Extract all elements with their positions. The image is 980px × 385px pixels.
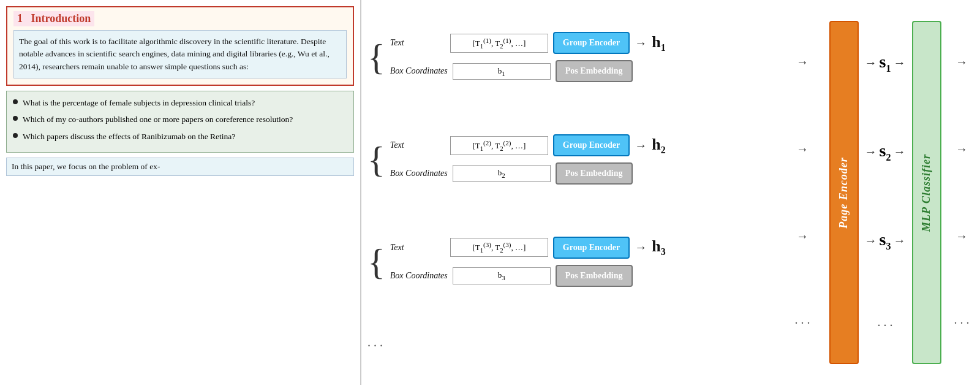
bottom-text: In this paper, we focus on the problem o… [6, 158, 354, 176]
right-panel: { Text [T1(1), T2(1), …] Group Encoder →… [361, 0, 980, 385]
h-label-2: h2 [652, 135, 674, 156]
h-to-page-encoder-arrows: → → → · · · [778, 6, 827, 379]
text-input-row-3: Text [T1(3), T2(3), …] Group Encoder → h… [390, 237, 674, 259]
pos-embedding-btn-2[interactable]: Pos Embedding [556, 162, 633, 185]
text-input-row-1: Text [T1(1), T2(1), …] Group Encoder → h… [390, 32, 674, 54]
text-label-3: Text [390, 243, 445, 253]
bracket-open-2: { [368, 141, 385, 178]
arrow-h1: → [796, 55, 809, 69]
inputs-col-1: Text [T1(1), T2(1), …] Group Encoder → h… [390, 32, 674, 82]
bullet-text-1: What is the percentage of female subject… [23, 96, 255, 110]
dots-final: · · · [954, 316, 970, 330]
arrow-h2: → [796, 142, 809, 156]
page-encoder-bar: Page Encoder [829, 21, 859, 364]
s-output-3: → s3 → [865, 230, 906, 252]
mlp-label: MLP Classifier [920, 154, 933, 232]
final-arrow-icon-2: → [956, 142, 968, 156]
arrow-icon-h3: → [796, 229, 809, 243]
dots-s: · · · [878, 319, 893, 333]
group-encoder-btn-2[interactable]: Group Encoder [553, 134, 630, 156]
s-label-1: s1 [880, 52, 891, 74]
arrow-3a: → [635, 240, 647, 254]
arrow-1a: → [635, 36, 647, 50]
bullet-list: What is the percentage of female subject… [6, 91, 354, 153]
box-label-2: Box Coordinates [390, 169, 448, 178]
bullet-text-2: Which of my co-authors published one or … [23, 113, 293, 126]
text-formula-box-1: [T1(1), T2(1), …] [450, 34, 548, 53]
group-bracket-3: { Text [T1(3), T2(3), …] Group Encoder →… [368, 237, 772, 287]
s-output-2: → s2 → [865, 141, 906, 163]
box-var-box-3: b3 [453, 267, 551, 284]
arrow-h3: → [796, 229, 809, 243]
group-encoder-btn-1[interactable]: Group Encoder [553, 32, 630, 54]
bullet-dot-3 [13, 133, 18, 138]
box-label-1: Box Coordinates [390, 66, 448, 76]
group-row-1: { Text [T1(1), T2(1), …] Group Encoder →… [368, 32, 772, 82]
final-arrow-1: → [956, 55, 968, 69]
arrow-icon-h1: → [796, 55, 809, 69]
arrow-s1: → [865, 56, 877, 70]
list-item: Which papers discuss the effects of Rani… [13, 130, 347, 143]
bullet-text-3: Which papers discuss the effects of Rani… [23, 130, 235, 143]
arrow-s1-out: → [893, 56, 905, 70]
box-var-box-1: b1 [453, 63, 551, 80]
bracket-open-3: { [368, 243, 385, 280]
box-label-3: Box Coordinates [390, 271, 448, 281]
text-label-2: Text [390, 140, 445, 150]
final-output-col: → → → · · · [943, 6, 980, 379]
s-label-3: s3 [880, 230, 891, 252]
arrow-s3: → [865, 234, 877, 248]
dots-arrows: · · · [795, 316, 810, 330]
arrow-2a: → [635, 139, 647, 153]
box-input-row-1: Box Coordinates b1 Pos Embedding [390, 60, 674, 82]
arrow-icon-h2: → [796, 142, 809, 156]
intro-section: 1 Introduction The goal of this work is … [6, 6, 354, 86]
s-output-1: → s1 → [865, 52, 906, 74]
page-to-s-arrows: → s1 → → s2 → → s3 → · · · [861, 6, 910, 379]
dots-text: · · · [368, 339, 383, 353]
arrow-s3-out: → [893, 234, 905, 248]
text-formula-box-3: [T1(3), T2(3), …] [450, 238, 548, 257]
dots-bottom: · · · [368, 339, 772, 353]
group-bracket-1: { Text [T1(1), T2(1), …] Group Encoder →… [368, 32, 772, 82]
box-var-box-2: b2 [453, 165, 551, 182]
intro-title: 1 Introduction [13, 11, 94, 26]
group-row-3: { Text [T1(3), T2(3), …] Group Encoder →… [368, 237, 772, 287]
box-input-row-2: Box Coordinates b2 Pos Embedding [390, 162, 674, 185]
box-input-row-3: Box Coordinates b3 Pos Embedding [390, 265, 674, 287]
bracket-open-1: { [368, 39, 385, 75]
s-label-2: s2 [880, 141, 891, 163]
intro-title-text: Introduction [31, 12, 91, 25]
text-label-1: Text [390, 38, 445, 48]
text-formula-box-2: [T1(2), T2(2), …] [450, 136, 548, 155]
pos-embedding-btn-3[interactable]: Pos Embedding [556, 265, 633, 287]
list-item: What is the percentage of female subject… [13, 96, 347, 110]
inputs-col-2: Text [T1(2), T2(2), …] Group Encoder → h… [390, 134, 674, 185]
bullet-dot-2 [13, 116, 18, 121]
page-encoder-label: Page Encoder [837, 157, 850, 228]
group-bracket-2: { Text [T1(2), T2(2), …] Group Encoder →… [368, 134, 772, 185]
text-input-row-2: Text [T1(2), T2(2), …] Group Encoder → h… [390, 134, 674, 156]
mlp-bar: MLP Classifier [912, 21, 941, 364]
group-encoder-btn-3[interactable]: Group Encoder [553, 237, 630, 259]
bullet-dot-1 [13, 99, 18, 104]
group-row-2: { Text [T1(2), T2(2), …] Group Encoder →… [368, 134, 772, 185]
arrow-s2-out: → [893, 145, 905, 159]
final-arrow-icon-3: → [956, 229, 968, 243]
final-arrow-icon-1: → [956, 55, 968, 69]
arrow-s2: → [865, 145, 877, 159]
h-label-3: h3 [652, 237, 674, 257]
final-arrow-3: → [956, 229, 968, 243]
pos-embedding-btn-1[interactable]: Pos Embedding [556, 60, 633, 82]
inputs-col-3: Text [T1(3), T2(3), …] Group Encoder → h… [390, 237, 674, 287]
list-item: Which of my co-authors published one or … [13, 113, 347, 126]
groups-area: { Text [T1(1), T2(1), …] Group Encoder →… [361, 6, 778, 379]
left-panel: 1 Introduction The goal of this work is … [0, 0, 361, 385]
intro-number: 1 [17, 12, 23, 25]
intro-paragraph: The goal of this work is to facilitate a… [13, 30, 347, 78]
h-label-1: h1 [652, 33, 674, 53]
page-encoder-column: Page Encoder [827, 12, 861, 373]
mlp-column: MLP Classifier [910, 12, 943, 373]
final-arrow-2: → [956, 142, 968, 156]
